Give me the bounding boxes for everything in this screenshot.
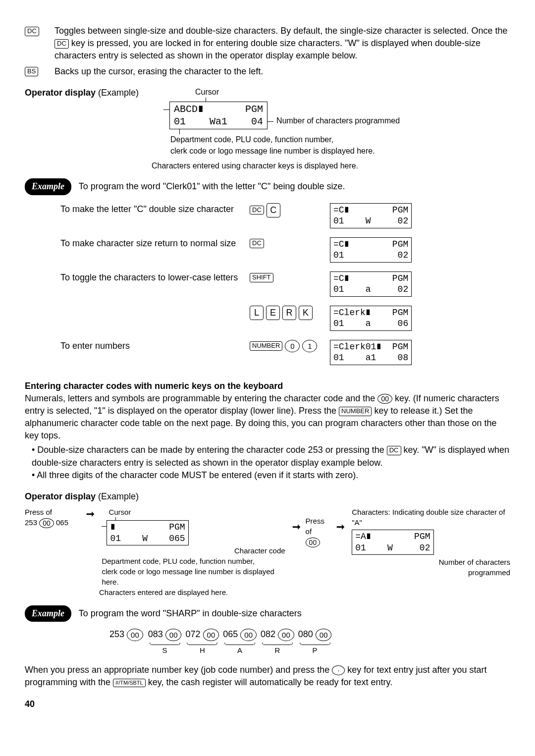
dc-keycap: DC (250, 239, 264, 248)
press-of-label: Press of (306, 516, 332, 537)
dot-keycap: · (332, 665, 345, 675)
label: Number of characters (352, 557, 510, 567)
page-number: 40 (25, 698, 510, 710)
key-def-dc: DC Toggles between single-size and doubl… (25, 25, 510, 62)
char-code-label: Character code (102, 545, 285, 556)
example2-text: To program the word "SHARP" in double-si… (79, 608, 302, 618)
arrow-icon: ➞ (336, 520, 345, 534)
dc-keycap: DC (250, 206, 264, 215)
oval-00-keycap: 00 (39, 518, 54, 528)
bullet-1: • Double-size characters can be made by … (32, 444, 510, 469)
code: 080 (298, 629, 313, 639)
operator-display-heading-2: Operator display (Example) (25, 490, 510, 503)
step-label: To make the letter "C" double size chara… (55, 199, 244, 232)
oval-00-keycap: 00 (306, 538, 321, 547)
arrow-icon: ➞ (292, 520, 301, 534)
brace-letter: H (200, 646, 205, 654)
oval-00-keycap: 00 (377, 394, 392, 404)
example-badge: Example (25, 605, 71, 622)
text: All three digits of the character code M… (37, 470, 358, 480)
section2-heading: Entering character codes with numeric ke… (25, 380, 510, 392)
final-para: When you press an appropriate number key… (25, 664, 510, 689)
cursor-label: Cursor (195, 87, 400, 98)
label: Number of characters programmed (276, 115, 400, 126)
section2-para: Numerals, letters and symbols are progra… (25, 392, 510, 442)
text: 065 (54, 518, 68, 527)
example1-text: To program the word "Clerk01" with the l… (79, 181, 345, 191)
brace-letter: A (237, 646, 242, 654)
label: Operator display (25, 491, 96, 501)
step-label: To make character size return to normal … (55, 233, 244, 267)
display: =C∎ PGM 01 02 (330, 237, 412, 263)
text: key, the cash register will automaticall… (148, 677, 393, 687)
number-keycap: NUMBER (250, 341, 282, 351)
label: Characters entered are displayed here. (99, 587, 510, 597)
display-line: 01 W 02 (355, 543, 430, 553)
label: Department code, PLU code, function numb… (102, 556, 285, 566)
operator-display-2a: ∎ PGM 01 W 065 (107, 520, 188, 545)
label: Operator display (25, 88, 96, 98)
right-title: Characters: Indicating double size chara… (352, 507, 510, 528)
label: Characters entered using character keys … (152, 161, 400, 171)
steps-table: To make the letter "C" double size chara… (54, 198, 418, 370)
sharp-sequence: 253 00 083 00 072 00 065 00 082 00 080 0… (109, 628, 510, 656)
display-line: 01 W 065 (110, 534, 185, 543)
display: =C∎ PGM 01 a 02 (330, 271, 412, 297)
display: =Clerk01∎ PGM 01 a1 08 (330, 340, 412, 365)
k-keycap: K (299, 306, 313, 320)
arrow-icon: ➞ (86, 507, 95, 521)
text: When you press an appropriate number key… (25, 665, 332, 675)
brace-letter: P (313, 646, 318, 654)
step-label: To toggle the characters to lower-case l… (55, 268, 244, 301)
code: 083 (148, 629, 163, 639)
label: Department code, PLU code, function numb… (170, 134, 400, 145)
key-def-bs: BS Backs up the cursor, erasing the char… (25, 65, 510, 78)
oval-00-keycap: 00 (278, 629, 294, 641)
brace-letter: R (274, 646, 280, 654)
zero-keycap: 0 (285, 340, 300, 352)
display-line: ABCD∎ PGM (174, 104, 263, 115)
step-label (55, 302, 244, 335)
oval-00-keycap: 00 (240, 629, 257, 641)
step-label: To enter numbers (55, 336, 244, 369)
press-of-label: Press of (25, 507, 86, 517)
oval-00-keycap: 00 (203, 629, 219, 641)
text: Double-size characters can be made by en… (37, 445, 386, 455)
r-keycap: R (282, 306, 296, 320)
dc-keycap: DC (25, 27, 39, 36)
bs-keycap: BS (25, 67, 38, 76)
label: programmed (352, 567, 510, 578)
label: clerk code or logo message line number i… (170, 146, 400, 157)
example-badge: Example (25, 178, 71, 195)
dc-keycap-inline: DC (54, 39, 69, 49)
label: clerk code or logo message line number i… (102, 566, 285, 587)
e-keycap: E (266, 306, 280, 320)
tmsbtl-keycap: #/TM/SBTL (113, 679, 146, 687)
number-keycap: NUMBER (339, 407, 372, 416)
dc-def-text: Toggles between single-size and double-s… (54, 25, 510, 62)
text: Toggles between single-size and double-s… (54, 26, 508, 36)
text: Numerals, letters and symbols are progra… (25, 393, 377, 403)
display-line: ∎ PGM (110, 522, 185, 532)
text: 253 (109, 629, 127, 639)
press-seq: 253 00 065 (25, 517, 86, 528)
cursor-label: Cursor (108, 507, 285, 517)
bullet-2: • All three digits of the character code… (32, 469, 510, 482)
label: (Example) (96, 491, 139, 501)
c-keycap: C (267, 203, 280, 217)
code: 072 (185, 629, 200, 639)
dc-keycap: DC (387, 446, 401, 455)
code: 065 (223, 629, 238, 639)
shift-keycap: SHIFT (250, 273, 273, 282)
one-keycap: 1 (302, 340, 317, 352)
display-line: =A∎ PGM (355, 532, 430, 541)
text: 253 (25, 518, 39, 527)
operator-display-2b: =A∎ PGM 01 W 02 (352, 530, 433, 555)
brace-letter: S (162, 646, 167, 654)
display: =Clerk∎ PGM 01 a 06 (330, 306, 412, 331)
label: (Example) (96, 88, 139, 98)
oval-00-keycap: 00 (316, 629, 332, 641)
operator-display-heading: Operator display (Example) (25, 87, 163, 99)
bs-def-text: Backs up the cursor, erasing the charact… (54, 65, 510, 78)
display-line: 01 Wa1 04 (174, 116, 263, 127)
